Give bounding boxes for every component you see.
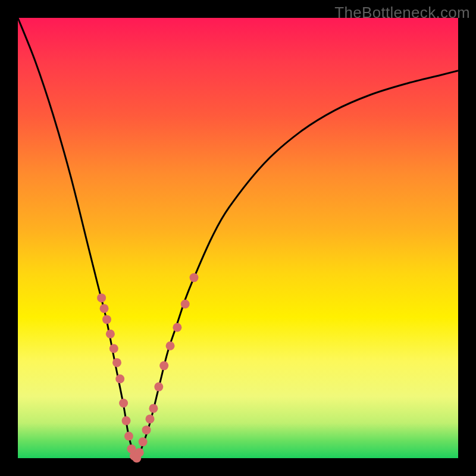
data-marker (124, 432, 133, 441)
data-marker (119, 399, 128, 408)
data-marker (149, 404, 158, 413)
plot-area (18, 18, 458, 458)
data-marker (159, 361, 168, 370)
data-marker (154, 383, 163, 392)
data-marker (122, 416, 131, 425)
curve-svg (18, 18, 458, 458)
data-marker (166, 342, 175, 350)
data-marker (135, 448, 144, 457)
data-marker (139, 437, 148, 446)
data-marker (102, 315, 111, 324)
data-marker (173, 323, 181, 332)
data-marker (115, 374, 124, 383)
bottleneck-curve (18, 18, 458, 458)
data-marker (181, 300, 190, 309)
marker-group (97, 273, 198, 462)
data-marker (146, 415, 155, 424)
data-marker (97, 293, 106, 302)
chart-container: TheBottleneck.com (0, 0, 476, 476)
data-marker (100, 304, 109, 313)
data-marker (106, 330, 115, 339)
data-marker (142, 425, 151, 434)
data-marker (190, 273, 199, 282)
data-marker (109, 344, 118, 353)
watermark-text: TheBottleneck.com (334, 4, 470, 22)
data-marker (112, 358, 121, 367)
